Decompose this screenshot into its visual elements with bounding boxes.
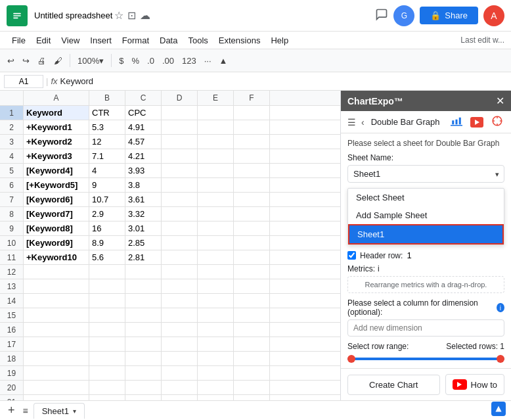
cell-e2[interactable] [198,120,234,134]
menu-format[interactable]: Format [117,34,154,47]
cell-a13[interactable] [24,279,89,293]
dropdown-option-sheet1[interactable]: Sheet1 [348,224,504,245]
cell-a20[interactable] [24,381,89,394]
panel-close-button[interactable]: ✕ [496,95,504,107]
cell-e1[interactable] [198,106,234,120]
cell-f8[interactable] [234,207,270,221]
cell-c4[interactable]: 4.21 [125,149,162,163]
cell-a21[interactable] [24,395,89,400]
col-header-d[interactable]: D [162,91,198,105]
row-number[interactable]: 8 [0,207,24,221]
cell-f21[interactable] [234,395,270,400]
dimension-input[interactable] [347,319,504,337]
row-number[interactable]: 6 [0,178,24,192]
cell-e16[interactable] [198,323,234,337]
cell-b1[interactable]: CTR [89,106,125,120]
cell-e8[interactable] [198,207,234,221]
app-title[interactable]: Untitled spreadsheet [34,11,112,20]
row-number[interactable]: 18 [0,352,24,365]
cell-b11[interactable]: 5.6 [89,250,125,264]
cell-b4[interactable]: 7.1 [89,149,125,163]
row-number[interactable]: 5 [0,164,24,177]
cell-e6[interactable] [198,178,234,192]
cell-e9[interactable] [198,222,234,235]
range-thumb-left[interactable] [347,355,355,363]
cell-b9[interactable]: 16 [89,222,125,235]
cell-a3[interactable]: +Keyword2 [24,135,89,149]
cell-e11[interactable] [198,250,234,264]
cell-f1[interactable] [234,106,270,120]
cell-a7[interactable]: [Keyword6] [24,193,89,206]
star-icon[interactable]: ☆ [114,9,123,22]
menu-data[interactable]: Data [154,34,183,47]
col-header-f[interactable]: F [234,91,270,105]
cell-c9[interactable]: 3.01 [125,222,162,235]
cell-d4[interactable] [162,149,198,163]
cell-d15[interactable] [162,308,198,322]
cell-d14[interactable] [162,294,198,308]
cell-c3[interactable]: 4.57 [125,135,162,149]
undo-button[interactable]: ↩ [4,53,18,68]
percent-button[interactable]: % [128,53,143,68]
cell-f10[interactable] [234,236,270,250]
cell-b20[interactable] [89,381,125,394]
cell-f7[interactable] [234,193,270,206]
cell-d1[interactable] [162,106,198,120]
menu-help[interactable]: Help [265,34,294,47]
cell-d16[interactable] [162,323,198,337]
explore-button[interactable] [491,402,506,419]
add-sheet-button[interactable]: + [5,402,18,419]
cell-e18[interactable] [198,352,234,365]
cell-d5[interactable] [162,164,198,177]
col-header-e[interactable]: E [198,91,234,105]
cell-e10[interactable] [198,236,234,250]
cell-f2[interactable] [234,120,270,134]
folder-icon[interactable]: ⊡ [127,9,136,22]
cell-a9[interactable]: [Keyword8] [24,222,89,235]
cell-e5[interactable] [198,164,234,177]
cell-c14[interactable] [125,294,162,308]
row-number[interactable]: 16 [0,323,24,337]
col-header-c[interactable]: C [125,91,162,105]
cloud-icon[interactable]: ☁ [140,9,150,22]
cell-f14[interactable] [234,294,270,308]
cell-b6[interactable]: 9 [89,178,125,192]
cell-f15[interactable] [234,308,270,322]
cell-f3[interactable] [234,135,270,149]
cell-d7[interactable] [162,193,198,206]
col-header-b[interactable]: B [89,91,125,105]
dropdown-option-add-sample[interactable]: Add Sample Sheet [348,206,504,224]
cell-f6[interactable] [234,178,270,192]
cell-d20[interactable] [162,381,198,394]
cell-reference[interactable] [4,75,43,88]
formula-input[interactable] [60,76,507,86]
cell-a19[interactable] [24,366,89,380]
cell-d18[interactable] [162,352,198,365]
cell-c15[interactable] [125,308,162,322]
panel-tool-icon-1[interactable] [448,114,465,129]
cell-f5[interactable] [234,164,270,177]
cell-c5[interactable]: 3.93 [125,164,162,177]
row-number[interactable]: 11 [0,250,24,264]
cell-a17[interactable] [24,337,89,351]
decimal2-button[interactable]: .00 [159,53,177,68]
cell-f9[interactable] [234,222,270,235]
panel-nav-list-button[interactable]: ☰ [346,116,357,129]
cell-e20[interactable] [198,381,234,394]
cell-c19[interactable] [125,366,162,380]
cell-d13[interactable] [162,279,198,293]
cell-a12[interactable] [24,265,89,279]
paint-format-button[interactable]: 🖌 [51,53,66,68]
menu-extensions[interactable]: Extensions [213,34,266,47]
cell-c10[interactable]: 2.85 [125,236,162,250]
row-number[interactable]: 19 [0,366,24,380]
row-number[interactable]: 10 [0,236,24,250]
user-avatar[interactable]: A [483,5,504,26]
cell-a4[interactable]: +Keyword3 [24,149,89,163]
menu-insert[interactable]: Insert [85,34,117,47]
row-number[interactable]: 13 [0,279,24,293]
cell-a15[interactable] [24,308,89,322]
cell-a5[interactable]: [Keyword4] [24,164,89,177]
cell-d12[interactable] [162,265,198,279]
last-edit[interactable]: Last edit w... [460,35,504,45]
